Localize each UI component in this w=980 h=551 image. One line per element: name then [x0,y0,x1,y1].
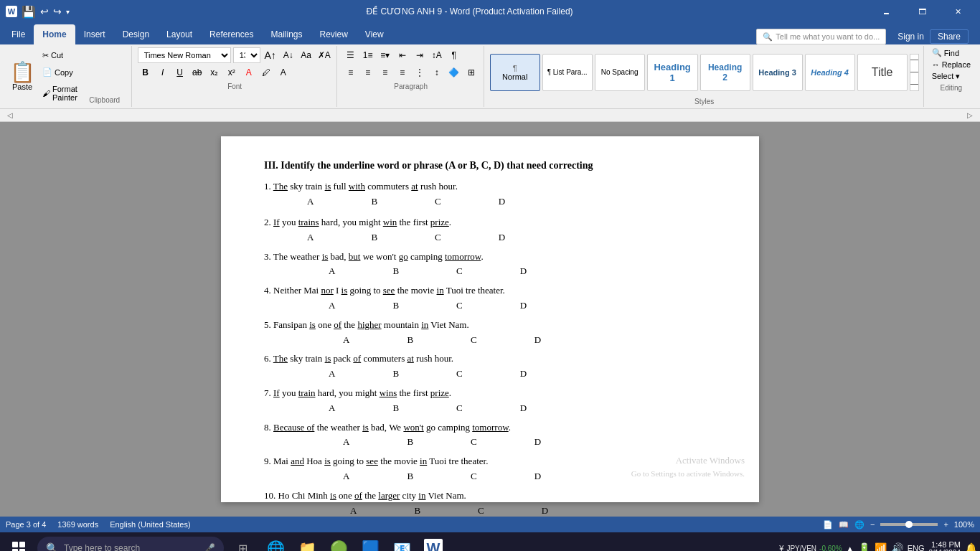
taskbar: 🔍 Type here to search 🎤 ⊞ 🌐 📁 🟢 🟦 📧 W ¥ … [0,532,980,551]
restore-btn[interactable]: 🗖 [905,0,938,23]
show-marks-btn[interactable]: ¶ [446,47,462,63]
highlight-btn[interactable]: 🖊 [258,65,274,80]
superscript-btn[interactable]: x² [224,65,240,80]
strikethrough-btn[interactable]: ab [189,65,205,80]
italic-btn[interactable]: I [155,65,171,80]
sign-in-area: Sign in Share [892,29,974,44]
view-print-btn[interactable]: 📄 [823,520,833,529]
tab-home[interactable]: Home [34,24,75,44]
page-indicator[interactable]: Page 3 of 4 [6,520,46,529]
cut-btn[interactable]: ✂ Cut [40,50,80,61]
find-btn[interactable]: 🔍 Find [930,47,973,58]
columns-btn[interactable]: ⋮ [412,65,428,80]
style-heading2[interactable]: Heading 2 [700,54,750,91]
style-heading1[interactable]: Heading 1 [647,54,698,91]
zoom-in-btn[interactable]: + [943,520,948,529]
tab-design[interactable]: Design [114,24,158,44]
tab-insert[interactable]: Insert [75,24,114,44]
undo-btn[interactable]: ↩ [40,6,49,17]
clear-format-btn[interactable]: ✗A [316,47,332,63]
clock[interactable]: 1:48 PM 3/11/2024 [929,540,961,552]
app4[interactable]: 🟦 [356,534,385,551]
document-area[interactable]: III. Identify the underline word or phra… [0,122,980,517]
volume-icon: 🔊 [891,542,903,551]
align-right-btn[interactable]: ≡ [377,65,393,80]
justify-btn[interactable]: ≡ [395,65,410,80]
style-normal[interactable]: ¶ Normal [490,54,540,91]
styles-group: ¶ Normal ¶ List Para... No Spacing Headi… [486,46,924,107]
style-no-spacing[interactable]: No Spacing [595,54,645,91]
change-case-btn[interactable]: Aa [298,47,314,63]
taskbar-search[interactable]: 🔍 Type here to search 🎤 [37,537,224,551]
explorer-app[interactable]: 📁 [293,534,321,551]
view-read-btn[interactable]: 📖 [839,520,849,529]
edge-app[interactable]: 🌐 [261,534,290,551]
font-color-btn[interactable]: A [241,65,257,80]
decrease-font-btn[interactable]: A↓ [281,47,296,63]
increase-indent-btn[interactable]: ⇥ [412,47,428,63]
line-spacing-btn[interactable]: ↕ [429,65,445,80]
style-list-para[interactable]: ¶ List Para... [542,54,593,91]
style-title[interactable]: Title [857,54,908,91]
borders-btn[interactable]: ⊞ [463,65,479,80]
redo-btn[interactable]: ↪ [53,6,62,17]
start-btn[interactable] [3,532,34,551]
style-heading4[interactable]: Heading 4 [805,54,855,91]
app3[interactable]: 🟢 [324,534,353,551]
align-center-btn[interactable]: ≡ [360,65,376,80]
microphone-icon[interactable]: 🎤 [204,543,215,551]
yen-indicator[interactable]: ¥ [779,544,783,551]
notifications-btn[interactable]: 🔔 [965,542,977,551]
share-btn[interactable]: Share [930,29,969,44]
task-view-btn[interactable]: ⊞ [227,532,258,551]
word-count[interactable]: 1369 words [57,520,98,529]
subscript-btn[interactable]: x₂ [207,65,222,80]
decrease-indent-btn[interactable]: ⇤ [395,47,410,63]
tab-mailings[interactable]: Mailings [262,24,311,44]
tab-review[interactable]: Review [311,24,356,44]
tab-layout[interactable]: Layout [158,24,201,44]
tab-view[interactable]: View [357,24,392,44]
multilevel-btn[interactable]: ≡▾ [377,47,393,63]
copy-btn[interactable]: 📄 Copy [40,67,80,77]
underline-btn[interactable]: U [172,65,188,80]
bullets-btn[interactable]: ☰ [343,47,359,63]
taskbar-apps: 🌐 📁 🟢 🟦 📧 W [261,534,448,551]
lang-indicator[interactable]: ENG [908,544,925,551]
select-btn[interactable]: Select ▾ [930,71,973,82]
style-heading3[interactable]: Heading 3 [753,54,803,91]
tab-references[interactable]: References [201,24,262,44]
align-left-btn[interactable]: ≡ [343,65,359,80]
ime-label[interactable]: JPY/VEN [786,545,816,552]
shading-para-btn[interactable]: 🔷 [446,65,462,80]
tell-me-input[interactable]: 🔍 Tell me what you want to do... [756,29,886,44]
zoom-out-btn[interactable]: − [870,520,875,529]
editing-label: Editing [930,83,973,92]
document-page[interactable]: III. Identify the underline word or phra… [221,136,759,502]
styles-more-btn[interactable] [910,54,919,91]
section-title: III. Identify the underline word or phra… [264,158,716,174]
tab-file[interactable]: File [3,24,34,44]
quick-save[interactable]: 💾 [22,5,36,19]
sign-in-btn[interactable]: Sign in [897,32,924,42]
minimize-btn[interactable]: 🗕 [870,0,903,23]
app5[interactable]: 📧 [387,534,416,551]
language-indicator[interactable]: English (United States) [110,520,191,529]
para-row2: ≡ ≡ ≡ ≡ ⋮ ↕ 🔷 ⊞ [343,65,479,80]
shading-btn[interactable]: A [275,65,291,80]
para-label: Paragraph [343,82,479,90]
bold-btn[interactable]: B [138,65,154,80]
view-web-btn[interactable]: 🌐 [854,520,864,529]
font-size-select[interactable]: 13 [233,47,260,63]
zoom-slider[interactable] [880,523,938,526]
replace-btn[interactable]: ↔ Replace [930,60,973,70]
paste-btn[interactable]: 📋 Paste [6,47,39,105]
font-family-select[interactable]: Times New Roman [138,47,231,63]
chevron-up-icon[interactable]: ▲ [847,545,854,552]
numbering-btn[interactable]: 1≡ [360,47,376,63]
increase-font-btn[interactable]: A↑ [263,47,278,63]
format-painter-btn[interactable]: 🖌 Format Painter [40,84,80,103]
word-app[interactable]: W [419,534,448,551]
sort-btn[interactable]: ↕A [429,47,445,63]
close-btn[interactable]: ✕ [941,0,974,23]
